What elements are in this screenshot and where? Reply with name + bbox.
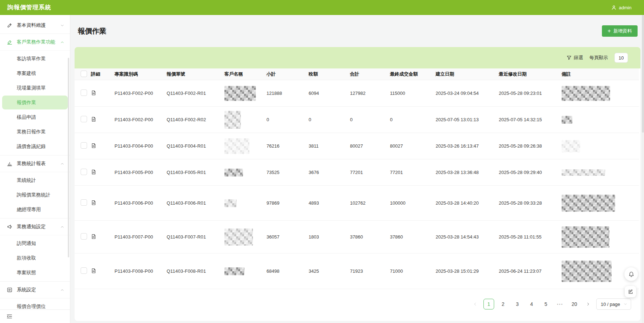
sidebar-item-業績統計[interactable]: 業績統計 bbox=[0, 173, 70, 188]
sidebar-item-詢報價業務統計[interactable]: 詢報價業務統計 bbox=[0, 188, 70, 202]
pagination-page-2[interactable]: 2 bbox=[498, 299, 508, 309]
row-checkbox[interactable] bbox=[81, 89, 87, 96]
sidebar-group-section: 業務統計報表業績統計詢報價業務統計總經理專用 bbox=[0, 155, 70, 218]
cell-created-date: 2025-03-28 15:01:29 bbox=[436, 253, 499, 289]
edit-square-icon bbox=[628, 289, 633, 294]
chevron-up-icon bbox=[60, 225, 64, 229]
pagination-page-4[interactable]: 4 bbox=[526, 299, 537, 309]
cell-project-id: P11403-F002-P00 bbox=[115, 107, 167, 133]
pagination-page-5[interactable]: 5 bbox=[541, 299, 551, 309]
column-header-最終成交金額: 最終成交金額 bbox=[390, 68, 436, 80]
sidebar-item-樣品申請[interactable]: 樣品申請 bbox=[0, 110, 70, 124]
cell-created-date: 2025-03-28 14:54:43 bbox=[436, 221, 499, 253]
chevron-down-icon bbox=[60, 24, 64, 27]
table-row: P11403-F002-P00Q11403-F002-R0200002025-0… bbox=[75, 107, 639, 133]
compose-edit-button[interactable] bbox=[625, 286, 636, 297]
sidebar-item-專案建檔[interactable]: 專案建檔 bbox=[0, 66, 70, 81]
cell-customer bbox=[224, 159, 267, 186]
cell-quote-no: Q11403-F004-R01 bbox=[167, 133, 224, 159]
pagination-prev[interactable] bbox=[471, 299, 480, 309]
system-icon bbox=[7, 287, 12, 293]
detail-document-icon[interactable] bbox=[91, 200, 96, 206]
detail-document-icon[interactable] bbox=[91, 90, 96, 96]
notification-bell-button[interactable] bbox=[624, 267, 638, 281]
cell-created-date: 2025-07-05 13:01:13 bbox=[436, 107, 499, 133]
cell-subtotal: 97869 bbox=[267, 186, 309, 221]
detail-document-icon[interactable] bbox=[91, 268, 96, 274]
cell-note bbox=[562, 80, 639, 107]
sidebar-item-業務日報作業[interactable]: 業務日報作業 bbox=[0, 124, 70, 139]
app-window: 詢報價管理系統 admin 基本資料維護客戶業務作業功能客訪填單作業專案建檔現場… bbox=[0, 0, 644, 323]
sidebar-group-section: 業務通知設定訪問通知款項收取專案狀態 bbox=[0, 218, 70, 281]
detail-document-icon[interactable] bbox=[91, 116, 96, 122]
pagination-page-3[interactable]: 3 bbox=[512, 299, 523, 309]
menu-fold-icon[interactable] bbox=[6, 313, 12, 319]
sidebar-item-款項收取[interactable]: 款項收取 bbox=[0, 251, 70, 265]
cell-note bbox=[562, 107, 639, 133]
redacted-pixelated-block bbox=[562, 116, 572, 124]
sidebar-group-系統設定[interactable]: 系統設定 bbox=[0, 282, 70, 298]
cell-quote-no: Q11403-F002-R01 bbox=[167, 80, 224, 107]
pagination-page-20[interactable]: 20 bbox=[569, 299, 580, 309]
sidebar-item-專案狀態[interactable]: 專案狀態 bbox=[0, 265, 70, 280]
bell-icon bbox=[628, 271, 634, 277]
topbar: 詢報價管理系統 admin bbox=[0, 0, 644, 15]
column-header-合計: 合計 bbox=[350, 68, 390, 80]
sidebar-item-報價作業[interactable]: 報價作業 bbox=[2, 96, 68, 109]
cell-created-date: 2025-03-24 09:04:54 bbox=[436, 80, 499, 107]
column-header-稅額: 稅額 bbox=[309, 68, 350, 80]
redacted-pixelated-block bbox=[562, 195, 615, 212]
sidebar-group-業務統計報表[interactable]: 業務統計報表 bbox=[0, 155, 70, 172]
column-header-專案識別碼: 專案識別碼 bbox=[115, 68, 167, 80]
cell-total: 102762 bbox=[350, 186, 390, 221]
cell-tax: 1803 bbox=[309, 221, 350, 253]
user-menu[interactable]: admin bbox=[611, 5, 632, 10]
bar-chart-icon bbox=[7, 161, 12, 166]
sidebar-item-訪問通知[interactable]: 訪問通知 bbox=[0, 236, 70, 251]
cell-final-amount: 71000 bbox=[390, 253, 436, 289]
row-checkbox[interactable] bbox=[81, 267, 87, 274]
select-all-checkbox[interactable] bbox=[81, 71, 87, 77]
row-checkbox[interactable] bbox=[81, 233, 87, 240]
sidebar-group-基本資料維護[interactable]: 基本資料維護 bbox=[0, 17, 70, 34]
sidebar-scrollbar[interactable] bbox=[68, 58, 69, 257]
sidebar-group-section: 客戶業務作業功能客訪填單作業專案建檔現場量測填單報價作業樣品申請業務日報作業議價… bbox=[0, 34, 70, 155]
detail-document-icon[interactable] bbox=[91, 143, 96, 149]
pagination-ellipsis: ••• bbox=[555, 299, 566, 309]
cell-customer bbox=[224, 80, 267, 107]
sidebar-item-客訪填單作業[interactable]: 客訪填單作業 bbox=[0, 51, 70, 66]
row-checkbox[interactable] bbox=[81, 199, 87, 206]
add-data-label: 新增資料 bbox=[613, 28, 632, 34]
cell-quote-no: Q11403-F006-R01 bbox=[167, 186, 224, 221]
detail-document-icon[interactable] bbox=[91, 169, 96, 175]
sidebar-group-業務通知設定[interactable]: 業務通知設定 bbox=[0, 219, 70, 235]
sidebar-group-客戶業務作業功能[interactable]: 客戶業務作業功能 bbox=[0, 34, 70, 50]
cell-modified-date: 2025-05-28 09:29:40 bbox=[499, 159, 562, 186]
column-header-最近修改日期: 最近修改日期 bbox=[499, 68, 562, 80]
pagination-next[interactable] bbox=[583, 299, 593, 309]
table-row: P11403-F008-P00Q11403-F008-R016849834257… bbox=[75, 253, 639, 289]
row-checkbox[interactable] bbox=[81, 116, 87, 122]
sidebar-item-總經理專用[interactable]: 總經理專用 bbox=[0, 202, 70, 217]
table-row: P11403-F002-P00Q11403-F002-R011218886094… bbox=[75, 80, 639, 107]
filter-button[interactable]: 篩選 bbox=[567, 55, 583, 61]
redacted-pixelated-block bbox=[224, 86, 256, 101]
sidebar-item-現場量測填單[interactable]: 現場量測填單 bbox=[0, 81, 70, 95]
cell-customer bbox=[224, 221, 267, 253]
add-data-button[interactable]: + 新增資料 bbox=[602, 25, 638, 37]
page-size-input[interactable]: 10 bbox=[614, 53, 628, 63]
pagination-page-1[interactable]: 1 bbox=[483, 299, 494, 309]
chevron-up-icon bbox=[60, 40, 64, 44]
cell-modified-date: 2025-05-28 09:26:38 bbox=[499, 133, 562, 159]
page-size-select[interactable]: 10 / page bbox=[596, 298, 631, 310]
cell-tax: 4893 bbox=[309, 186, 350, 221]
column-header-客戶名稱: 客戶名稱 bbox=[224, 68, 267, 80]
row-checkbox[interactable] bbox=[81, 142, 87, 149]
cell-project-id: P11403-F004-P00 bbox=[115, 133, 167, 159]
main-content: 報價作業 + 新增資料 篩選 每頁顯示 10 bbox=[70, 15, 644, 323]
sidebar-item-報價合理價位[interactable]: 報價合理價位 bbox=[0, 299, 70, 309]
detail-document-icon[interactable] bbox=[91, 234, 96, 240]
window-scrollbar[interactable] bbox=[642, 15, 644, 323]
row-checkbox[interactable] bbox=[81, 169, 87, 175]
sidebar-item-議價會議紀錄[interactable]: 議價會議紀錄 bbox=[0, 139, 70, 154]
